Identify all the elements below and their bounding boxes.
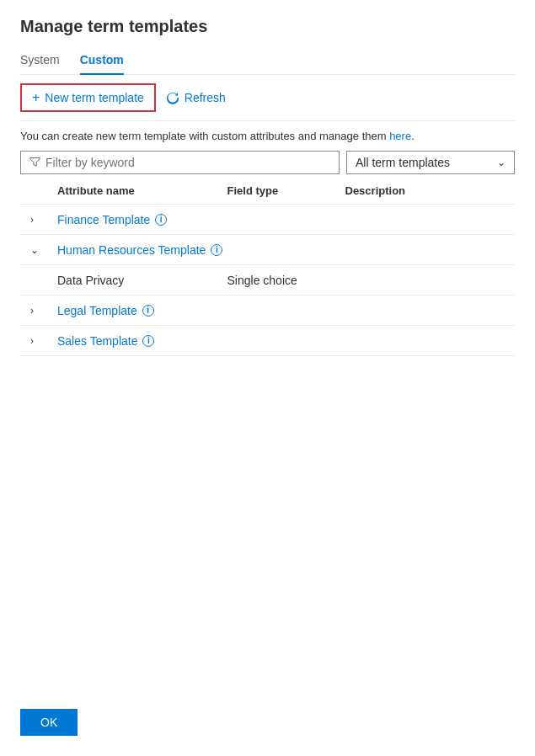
- refresh-label: Refresh: [185, 91, 226, 104]
- legal-template-name[interactable]: Legal Template i: [57, 297, 227, 324]
- expand-legal-button[interactable]: ›: [20, 305, 57, 317]
- finance-template-name[interactable]: Finance Template i: [57, 206, 227, 233]
- list-item: Data Privacy Single choice: [20, 265, 515, 295]
- data-privacy-attr: Data Privacy: [57, 267, 227, 294]
- expand-sales-button[interactable]: ›: [20, 335, 57, 347]
- expand-finance-button[interactable]: ›: [20, 214, 57, 226]
- tabs-row: System Custom: [20, 46, 515, 75]
- table-row: › Finance Template i: [20, 205, 515, 235]
- ok-button[interactable]: OK: [20, 709, 78, 736]
- filter-input[interactable]: [45, 156, 330, 169]
- plus-icon: +: [32, 90, 40, 105]
- data-privacy-field-type: Single choice: [227, 274, 345, 287]
- all-templates-dropdown[interactable]: All term templates ⌄: [346, 151, 515, 174]
- filter-input-wrap: [20, 151, 340, 174]
- table-header: Attribute name Field type Description: [20, 178, 515, 205]
- dropdown-label: All term templates: [356, 156, 492, 169]
- tab-system[interactable]: System: [20, 46, 60, 75]
- col-attribute-name: Attribute name: [57, 183, 227, 199]
- toolbar: + New term template Refresh: [20, 75, 515, 121]
- new-term-button[interactable]: + New term template: [20, 83, 156, 112]
- legal-info-icon[interactable]: i: [142, 305, 154, 317]
- new-term-label: New term template: [45, 91, 143, 104]
- hr-template-name[interactable]: Human Resources Template i: [57, 237, 227, 264]
- page-title: Manage term templates: [20, 17, 515, 36]
- info-text: You can create new term template with cu…: [20, 121, 515, 151]
- filter-row: All term templates ⌄: [20, 151, 515, 174]
- hr-info-icon[interactable]: i: [211, 244, 222, 256]
- table-row: › Sales Template i: [20, 326, 515, 356]
- info-link[interactable]: here: [389, 130, 411, 142]
- col-expand: [20, 183, 57, 199]
- col-field-type: Field type: [227, 183, 345, 199]
- sales-template-name[interactable]: Sales Template i: [57, 327, 227, 354]
- expand-hr-button[interactable]: ⌄: [20, 244, 57, 256]
- refresh-icon: [166, 91, 179, 104]
- table-row: › Legal Template i: [20, 295, 515, 326]
- tab-custom[interactable]: Custom: [80, 46, 124, 75]
- chevron-down-icon: ⌄: [497, 157, 506, 168]
- sales-info-icon[interactable]: i: [142, 335, 154, 347]
- table-row: ⌄ Human Resources Template i: [20, 235, 515, 265]
- filter-icon: [29, 156, 40, 169]
- finance-info-icon[interactable]: i: [155, 214, 167, 226]
- refresh-button[interactable]: Refresh: [156, 86, 236, 109]
- col-description: Description: [345, 183, 516, 199]
